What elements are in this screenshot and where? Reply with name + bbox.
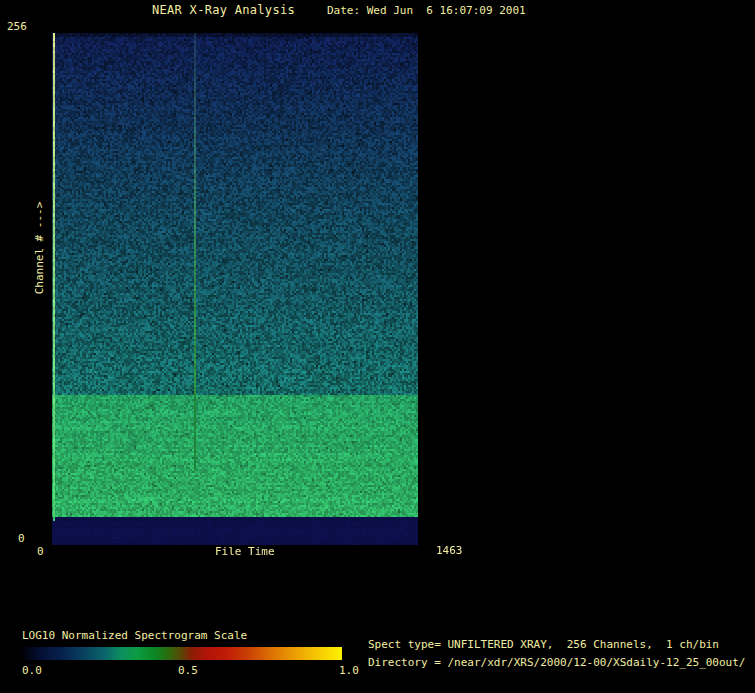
colorbar-tick-0: 0.0 xyxy=(22,665,42,677)
y-axis-title: Channel # ---> xyxy=(34,202,46,295)
date-label: Date: Wed Jun 6 16:07:09 2001 xyxy=(327,5,526,17)
near-xray-analysis-window: NEAR X-Ray Analysis Date: Wed Jun 6 16:0… xyxy=(0,0,755,693)
y-axis-max-label: 256 xyxy=(7,21,27,33)
colorbar-gradient xyxy=(22,647,342,660)
x-axis-title: File Time xyxy=(215,546,275,558)
colorbar-title: LOG10 Normalized Spectrogram Scale xyxy=(22,630,247,642)
page-title: NEAR X-Ray Analysis xyxy=(152,4,295,16)
spectrogram-canvas xyxy=(52,33,418,545)
directory-path: Directory = /near/xdr/XRS/2000/12-00/XSd… xyxy=(368,657,746,669)
colorbar-tick-1: 1.0 xyxy=(339,665,359,677)
colorbar-tick-05: 0.5 xyxy=(178,665,198,677)
x-axis-max-label: 1463 xyxy=(436,545,463,557)
spect-type-info: Spect type= UNFILTERED XRAY, 256 Channel… xyxy=(368,639,719,651)
y-axis-min-label: 0 xyxy=(18,533,25,545)
x-axis-min-label: 0 xyxy=(37,546,44,558)
